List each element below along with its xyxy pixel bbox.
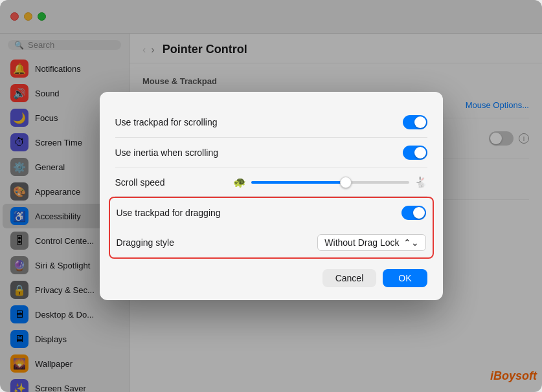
modal-row-scrolling: Use trackpad for scrolling bbox=[115, 107, 427, 138]
scroll-speed-label: Scroll speed bbox=[115, 177, 165, 188]
modal-highlighted-section: Use trackpad for dragging Dragging style… bbox=[109, 197, 434, 259]
cancel-button[interactable]: Cancel bbox=[322, 269, 377, 287]
dragging-toggle-thumb bbox=[413, 207, 425, 219]
scroll-fast-icon: 🐇 bbox=[414, 176, 427, 188]
dragging-label: Use trackpad for dragging bbox=[117, 208, 221, 218]
dragging-style-value: Without Drag Lock bbox=[324, 237, 399, 248]
inertia-toggle-thumb bbox=[414, 147, 426, 158]
dragging-style-row: Dragging style Without Drag Lock ⌃⌄ bbox=[117, 228, 426, 257]
dragging-toggle[interactable] bbox=[401, 206, 426, 220]
modal-row-dragging: Use trackpad for dragging bbox=[117, 198, 426, 228]
scroll-slow-icon: 🐢 bbox=[233, 176, 246, 188]
inertia-label: Use inertia when scrolling bbox=[115, 147, 219, 158]
scroll-speed-slider-area: 🐢 🐇 bbox=[233, 176, 427, 188]
ok-button[interactable]: OK bbox=[383, 269, 427, 287]
inertia-toggle[interactable] bbox=[403, 146, 427, 160]
dragging-style-select[interactable]: Without Drag Lock ⌃⌄ bbox=[317, 234, 425, 251]
dragging-style-chevron: ⌃⌄ bbox=[403, 237, 419, 248]
main-window: 🔍 Search 🔔 Notifications 🔊 Sound 🌙 Focus… bbox=[0, 0, 542, 392]
scroll-slider-fill bbox=[251, 181, 346, 184]
modal-row-scroll-speed: Scroll speed 🐢 🐇 bbox=[115, 168, 427, 197]
dragging-style-label: Dragging style bbox=[117, 237, 175, 248]
scroll-slider-thumb[interactable] bbox=[340, 177, 352, 188]
modal-overlay: Use trackpad for scrolling Use inertia w… bbox=[0, 0, 542, 392]
scroll-speed-track[interactable] bbox=[251, 181, 409, 184]
modal-dialog: Use trackpad for scrolling Use inertia w… bbox=[100, 92, 443, 300]
scrolling-toggle-thumb bbox=[414, 116, 426, 128]
scrolling-toggle[interactable] bbox=[403, 115, 427, 129]
modal-row-inertia: Use inertia when scrolling bbox=[115, 138, 427, 168]
scrolling-label: Use trackpad for scrolling bbox=[115, 117, 218, 127]
modal-actions: Cancel OK bbox=[115, 269, 427, 287]
